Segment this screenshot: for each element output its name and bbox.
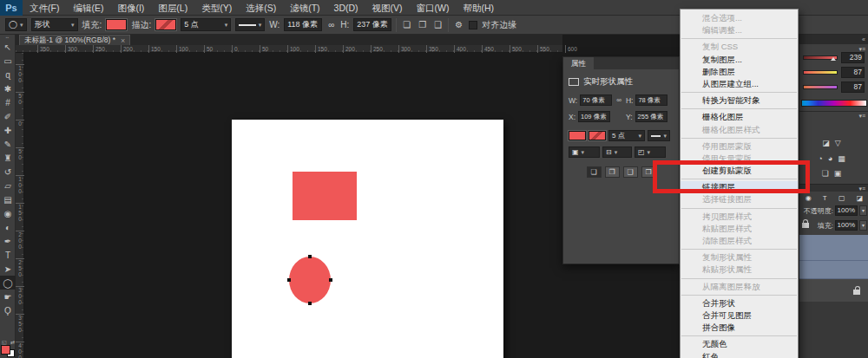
stroke-width-select[interactable]: 5 点 ▾	[181, 18, 231, 31]
mask-icon[interactable]: ◪	[822, 139, 835, 147]
anchor-left[interactable]	[287, 278, 291, 282]
marquee-tool[interactable]: ▭	[0, 54, 16, 68]
menu-item-red[interactable]: 红色	[681, 351, 798, 358]
layer-row-background[interactable]	[799, 279, 868, 302]
path-selection-tool[interactable]: ➤	[0, 262, 16, 276]
prop-stroke-style-select[interactable]: ▾	[648, 130, 670, 141]
gear-icon[interactable]: ⚙	[453, 20, 464, 29]
pen-tool[interactable]: ✒	[0, 234, 16, 248]
green-value-field[interactable]: 87	[841, 67, 865, 78]
opacity-field[interactable]: 100%	[835, 205, 858, 216]
menu-item-group-from-layers[interactable]: 从图层建立组...	[681, 78, 798, 90]
posterize-icon[interactable]: ❏	[822, 169, 834, 178]
layer-fill-field[interactable]: 100%	[835, 220, 858, 231]
ellipse-tool[interactable]: ◯	[0, 276, 16, 290]
filter-type-icon[interactable]: T	[823, 194, 827, 202]
anchor-bottom[interactable]	[308, 302, 312, 305]
quick-selection-tool[interactable]: ✱	[0, 81, 16, 95]
crop-tool[interactable]: #	[0, 95, 16, 109]
lasso-tool[interactable]: ɋ	[0, 68, 16, 81]
red-slider[interactable]	[803, 55, 838, 60]
menu-item-convert-to-smart-object[interactable]: 转换为智能对象	[681, 94, 798, 107]
filter-shape-icon[interactable]: ▢	[838, 194, 845, 202]
menu-item-flatten-image[interactable]: 拼合图像	[681, 322, 798, 334]
prop-stroke-width-select[interactable]: 5 点 ▾	[608, 130, 645, 141]
color-spectrum-ramp[interactable]	[801, 100, 867, 107]
prop-y-field[interactable]: 255 像素	[635, 111, 667, 122]
prop-x-field[interactable]: 109 像素	[578, 111, 610, 122]
chevron-down-icon[interactable]: ▾	[859, 220, 867, 231]
slider-handle[interactable]	[831, 57, 836, 61]
lut-icon[interactable]: ▣	[834, 169, 847, 178]
stroke-cap-select[interactable]: ⊟ ▾	[602, 146, 632, 158]
filter-smart-object-icon[interactable]: ◪	[857, 194, 864, 202]
chevron-down-icon[interactable]: ▾	[859, 205, 867, 216]
menu-window[interactable]: 窗口(W)	[410, 0, 457, 16]
layer-row-ellipse-selected[interactable]	[799, 235, 868, 261]
menu-image[interactable]: 图像(I)	[110, 0, 151, 16]
menu-item-merge-shapes[interactable]: 合并形状	[681, 297, 798, 309]
prop-fill-swatch[interactable]	[569, 131, 586, 140]
document-tab[interactable]: 未标题-1 @ 100%(RGB/8) * ×	[19, 35, 130, 45]
dodge-tool[interactable]: ◐	[0, 220, 16, 234]
shape-width-field[interactable]: 118 像素	[284, 18, 322, 31]
menu-edit[interactable]: 编辑(E)	[66, 0, 110, 16]
curves-icon[interactable]: ▽	[835, 139, 846, 147]
menu-item-duplicate-layer[interactable]: 复制图层...	[681, 54, 798, 66]
link-wh-icon[interactable]: ∞	[615, 96, 623, 104]
tool-mode-select[interactable]: 形状 ▾	[31, 18, 78, 31]
menu-item-delete-layer[interactable]: 删除图层	[681, 66, 798, 78]
pathfinder-intersect-button[interactable]: ❑	[623, 166, 638, 178]
stroke-color-swatch[interactable]	[155, 19, 176, 30]
swatches-panel-menu-icon[interactable]: ▾≡	[799, 111, 868, 120]
menu-select[interactable]: 选择(S)	[239, 0, 283, 16]
menu-type[interactable]: 类型(Y)	[194, 0, 239, 16]
stroke-style-select[interactable]: ▾	[235, 18, 265, 31]
gradient-tool[interactable]: ▤	[0, 192, 16, 206]
spot-healing-tool[interactable]: ✚	[0, 123, 16, 137]
menu-help[interactable]: 帮助(H)	[457, 0, 502, 16]
channel-mixer-icon[interactable]: ▦	[838, 154, 851, 163]
filter-pixel-icon[interactable]: ◉	[806, 194, 812, 202]
stroke-align-select[interactable]: ▣ ▾	[569, 146, 600, 158]
anchor-top[interactable]	[308, 255, 312, 258]
red-value-field[interactable]: 239	[841, 52, 865, 63]
menu-3d[interactable]: 3D(D)	[327, 0, 365, 16]
tab-properties[interactable]: 属性	[563, 57, 594, 69]
menu-item-no-color[interactable]: 无颜色	[681, 338, 798, 350]
path-alignment-icon[interactable]: ❐	[417, 20, 428, 29]
prop-h-field[interactable]: 78 像素	[635, 94, 667, 106]
menu-layer[interactable]: 图层(L)	[151, 0, 194, 16]
green-slider[interactable]	[803, 70, 838, 75]
fill-color-swatch[interactable]	[106, 19, 127, 30]
layer-row-rectangle-selected[interactable]	[799, 261, 868, 279]
menu-item-merge-visible[interactable]: 合并可见图层	[681, 309, 798, 322]
brush-tool[interactable]: ✎	[0, 137, 16, 151]
hue-icon[interactable]: ◕	[828, 154, 838, 163]
close-icon[interactable]: ×	[121, 36, 125, 45]
eyedropper-tool[interactable]: ✐	[0, 109, 16, 123]
menu-filter[interactable]: 滤镜(T)	[283, 0, 326, 16]
menu-view[interactable]: 视图(V)	[365, 0, 410, 16]
history-brush-tool[interactable]: ↺	[0, 165, 16, 179]
blur-tool[interactable]: ◉	[0, 206, 16, 220]
blue-slider[interactable]	[803, 85, 838, 89]
tool-preset-picker[interactable]: ◯ ▾	[5, 18, 27, 31]
collapse-panels-icon[interactable]: «	[799, 35, 868, 44]
zoom-tool[interactable]: Ϙ	[0, 303, 16, 317]
anchor-right[interactable]	[329, 278, 332, 282]
move-tool[interactable]: ↖	[0, 40, 16, 54]
link-dimensions-icon[interactable]: ∞	[326, 20, 336, 29]
foreground-color-swatch[interactable]	[1, 345, 10, 355]
path-operations-icon[interactable]: ❏	[401, 20, 412, 29]
red-rectangle-shape[interactable]	[293, 172, 357, 220]
red-ellipse-shape[interactable]	[289, 257, 331, 303]
pathfinder-subtract-button[interactable]: ❐	[605, 166, 620, 178]
clone-stamp-tool[interactable]: ♜	[0, 151, 16, 165]
eraser-tool[interactable]: ▱	[0, 179, 16, 192]
menu-file[interactable]: 文件(F)	[23, 0, 66, 16]
blue-value-field[interactable]: 87	[841, 81, 865, 93]
menu-item-rasterize-layer[interactable]: 栅格化图层	[681, 111, 798, 123]
pathfinder-new-layer-button[interactable]: ❏	[587, 166, 602, 178]
shape-height-field[interactable]: 237 像素	[353, 18, 391, 31]
